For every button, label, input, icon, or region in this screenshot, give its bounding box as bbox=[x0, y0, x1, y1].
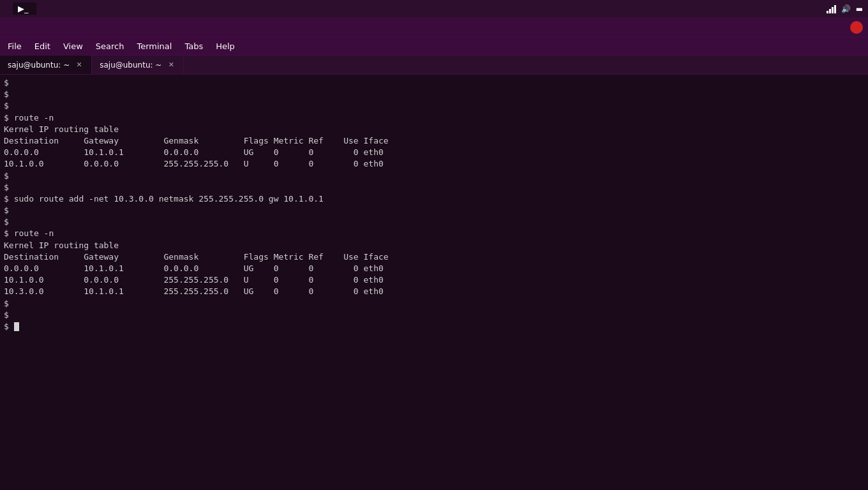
tabs-bar: saju@ubuntu: ~ ✕ saju@ubuntu: ~ ✕ bbox=[0, 56, 868, 75]
volume-icon[interactable]: 🔊 bbox=[841, 4, 851, 13]
menu-edit[interactable]: Edit bbox=[29, 40, 56, 52]
menu-help[interactable]: Help bbox=[211, 40, 240, 52]
menu-bar: File Edit View Search Terminal Tabs Help bbox=[0, 38, 868, 56]
menu-file[interactable]: File bbox=[3, 40, 27, 52]
system-tray: 🔊 ▬ bbox=[827, 4, 863, 13]
tab-1[interactable]: saju@ubuntu: ~ ✕ bbox=[0, 56, 92, 74]
menu-search[interactable]: Search bbox=[91, 40, 130, 52]
terminal-icon: ▶_ bbox=[18, 4, 29, 13]
tab-1-close[interactable]: ✕ bbox=[75, 61, 84, 70]
taskbar-terminal[interactable]: ▶_ bbox=[13, 3, 36, 15]
system-bar-left: ▶_ bbox=[5, 3, 36, 15]
tab-2-close[interactable]: ✕ bbox=[167, 61, 176, 70]
menu-terminal[interactable]: Terminal bbox=[131, 40, 177, 52]
tab-2[interactable]: saju@ubuntu: ~ ✕ bbox=[92, 56, 184, 74]
tab-2-label: saju@ubuntu: ~ bbox=[100, 61, 161, 70]
system-bar: ▶_ 🔊 ▬ bbox=[0, 0, 868, 17]
terminal-content[interactable]: $ $ $ $ route -n Kernel IP routing table… bbox=[0, 75, 868, 490]
window-titlebar bbox=[0, 17, 868, 38]
menu-tabs[interactable]: Tabs bbox=[179, 40, 208, 52]
signal-icon bbox=[827, 4, 836, 13]
tab-1-label: saju@ubuntu: ~ bbox=[8, 61, 70, 70]
menu-view[interactable]: View bbox=[58, 40, 88, 52]
window-close-button[interactable] bbox=[850, 21, 863, 34]
battery-icon: ▬ bbox=[856, 4, 863, 13]
